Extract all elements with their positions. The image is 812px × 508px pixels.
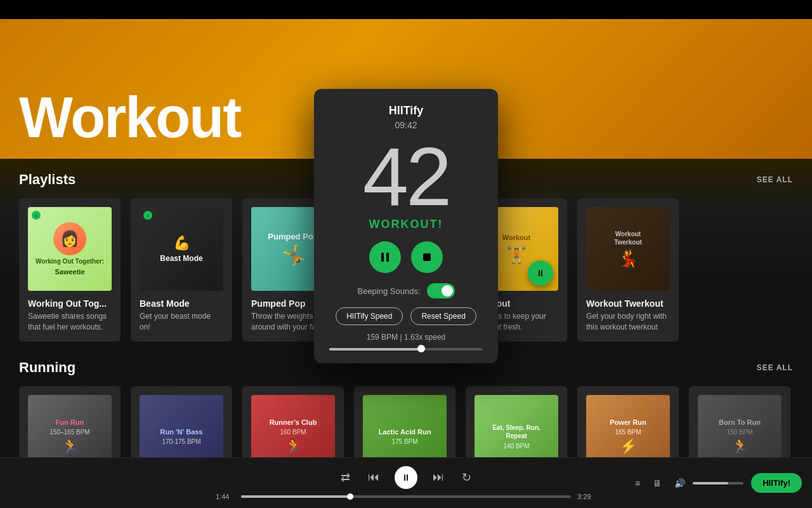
- workout-play-btn[interactable]: ⏸: [528, 260, 553, 286]
- progress-bar-container: 1:44 3:29: [216, 493, 596, 500]
- playlist-title-saweetie: Working Out Tog...: [28, 298, 112, 309]
- playlist-desc-saweetie: Saweetie shares songs that fuel her work…: [28, 311, 112, 333]
- eatsleep-label: Eat, Sleep, Run,Repeat: [492, 424, 540, 440]
- running-img-eatsleep: Eat, Sleep, Run,Repeat 140 BPM: [475, 395, 558, 457]
- shuffle-button[interactable]: ⇄: [338, 468, 353, 487]
- running-img-powerrun: Power Run 165 BPM ⚡: [586, 395, 670, 457]
- running-title: Running: [19, 359, 75, 376]
- svg-rect-1: [386, 253, 389, 262]
- workout-emoji: 🏋️: [506, 245, 527, 265]
- device-button[interactable]: 🖥: [650, 476, 664, 491]
- beeping-label: Beeping Sounds:: [357, 286, 420, 296]
- running-card-funrun[interactable]: Fun Run 150–165 BPM 🏃 Fun Run 150–165 ..…: [19, 386, 121, 457]
- powerrun-emoji: ⚡: [620, 438, 637, 455]
- eatsleep-bpm: 140 BPM: [503, 443, 529, 450]
- runners-label: Runner's Club: [270, 418, 317, 426]
- spotify-badge: ♪: [143, 211, 152, 220]
- running-img-lactic: Lactic Acid Run 175 BPM: [363, 395, 447, 457]
- repeat-icon: ↻: [462, 471, 471, 485]
- running-grid: Fun Run 150–165 BPM 🏃 Fun Run 150–165 ..…: [19, 386, 793, 457]
- running-card-powerrun[interactable]: Power Run 165 BPM ⚡ Power Run 145 B...: [577, 386, 679, 457]
- top-bar: [0, 0, 812, 19]
- playlist-card-saweetie[interactable]: ♪ 👩 Working Out Together: Saweetie Worki…: [19, 198, 121, 342]
- running-img-borntorun: Born To Run 150 BPM 🏃: [698, 395, 782, 457]
- progress-track[interactable]: [241, 495, 571, 498]
- hiitify-speed-button[interactable]: HIITify Speed: [336, 307, 403, 325]
- popup-controls: [329, 241, 483, 273]
- popup-big-number: 42: [329, 135, 483, 218]
- playlist-title-twerkout: Workout Twerkout: [586, 298, 670, 309]
- running-img-bass: Run 'N' Bass 170-175 BPM: [140, 395, 223, 457]
- playlist-card-img-beast: ♪ 💪 Beast Mode: [140, 207, 223, 291]
- running-img-funrun: Fun Run 150–165 BPM 🏃: [28, 395, 112, 457]
- queue-button[interactable]: ≡: [632, 476, 643, 491]
- pumped-emoji: 🤸: [282, 244, 305, 266]
- popup-time: 09:42: [329, 120, 483, 130]
- running-card-lactic[interactable]: Lactic Acid Run 175 BPM Lactic Acid Run …: [354, 386, 455, 457]
- popup-bpm-label: 159 BPM | 1.63x speed: [329, 333, 483, 342]
- borntorun-bpm: 150 BPM: [726, 429, 752, 436]
- toggle-knob: [442, 285, 453, 297]
- workout-label-top: Workout: [502, 233, 530, 242]
- popup-slider-thumb: [417, 345, 425, 352]
- svg-rect-0: [381, 253, 384, 262]
- progress-fill: [241, 495, 350, 498]
- time-left: 1:44: [216, 493, 235, 500]
- next-icon: ⏭: [433, 471, 444, 484]
- repeat-button[interactable]: ↻: [459, 468, 474, 487]
- play-pause-icon: ⏸: [402, 472, 410, 483]
- twerkout-label: WorkoutTwerkout: [614, 230, 642, 246]
- popup-slider-fill: [329, 348, 421, 351]
- hiitify-button[interactable]: HIITify!: [751, 473, 802, 493]
- volume-icon: 🔊: [674, 478, 685, 488]
- player-center: ⇄ ⏮ ⏸ ⏭ ↻ 1:44 3:29: [188, 466, 624, 500]
- volume-fill: [693, 482, 728, 485]
- popup-speed-slider[interactable]: [329, 348, 483, 351]
- popup-stop-button[interactable]: [411, 241, 443, 273]
- running-card-runners[interactable]: Runner's Club 160 BPM 🏃 Runner's Club 16…: [242, 386, 344, 457]
- page-title: Workout: [19, 89, 240, 146]
- player-right: ≡ 🖥 🔊 HIITify!: [624, 473, 802, 493]
- pumped-label: Pumped Pop: [268, 232, 318, 241]
- powerrun-bpm: 165 BPM: [615, 429, 641, 436]
- shuffle-icon: ⇄: [341, 471, 350, 485]
- beast-emoji: 💪: [173, 235, 190, 251]
- playlists-see-all[interactable]: SEE ALL: [757, 175, 793, 184]
- funrun-bpm: 150–165 BPM: [49, 429, 89, 436]
- beeping-toggle[interactable]: [427, 283, 455, 298]
- runners-emoji: 🏃: [285, 438, 302, 455]
- bass-bpm: 170-175 BPM: [162, 438, 200, 445]
- playlist-desc-twerkout: Get your body right with this workout tw…: [586, 311, 670, 333]
- beast-label: Beast Mode: [160, 254, 202, 263]
- runners-bpm: 160 BPM: [280, 429, 306, 436]
- twerkout-emoji: 💃: [618, 249, 638, 269]
- playlist-card-img-saweetie: ♪ 👩 Working Out Together: Saweetie: [28, 207, 112, 291]
- card-text-line1: Working Out Together:: [36, 258, 104, 265]
- playlist-card-img-twerkout: WorkoutTwerkout 💃: [586, 207, 670, 291]
- card-text-line2: Saweetie: [55, 268, 84, 276]
- borntorun-label: Born To Run: [719, 418, 761, 426]
- borntorun-emoji: 🏃: [731, 438, 749, 455]
- prev-icon: ⏮: [368, 471, 379, 484]
- playlist-card-beast[interactable]: ♪ 💪 Beast Mode Beast Mode Get your beast…: [131, 198, 232, 342]
- playlist-desc-beast: Get your beast mode on!: [140, 311, 223, 333]
- volume-track[interactable]: [693, 482, 743, 485]
- popup-workout-label: WORKOUT!: [329, 218, 483, 231]
- prev-button[interactable]: ⏮: [365, 468, 382, 486]
- running-card-bass[interactable]: Run 'N' Bass 170-175 BPM Run 'N' Bass 17…: [131, 386, 232, 457]
- player-bar: ⇄ ⏮ ⏸ ⏭ ↻ 1:44 3:29: [0, 457, 812, 508]
- running-card-eatsleep[interactable]: Eat, Sleep, Run,Repeat 140 BPM Eat Sleep…: [466, 386, 567, 457]
- play-pause-button[interactable]: ⏸: [395, 466, 417, 489]
- running-img-runners: Runner's Club 160 BPM 🏃: [251, 395, 335, 457]
- running-see-all[interactable]: SEE ALL: [757, 363, 793, 372]
- bass-label: Run 'N' Bass: [160, 428, 203, 436]
- funrun-label: Fun Run: [56, 418, 84, 426]
- running-card-borntorun[interactable]: Born To Run 150 BPM 🏃 Born To Run 150 ..…: [689, 386, 790, 457]
- queue-icon: ≡: [635, 478, 640, 488]
- playlist-card-twerkout[interactable]: WorkoutTwerkout 💃 Workout Twerkout Get y…: [577, 198, 679, 342]
- popup-title: HIITify: [329, 104, 483, 117]
- next-button[interactable]: ⏭: [430, 468, 447, 486]
- popup-pause-button[interactable]: [369, 241, 401, 273]
- reset-speed-button[interactable]: Reset Speed: [410, 307, 476, 325]
- volume-button[interactable]: 🔊: [672, 476, 688, 491]
